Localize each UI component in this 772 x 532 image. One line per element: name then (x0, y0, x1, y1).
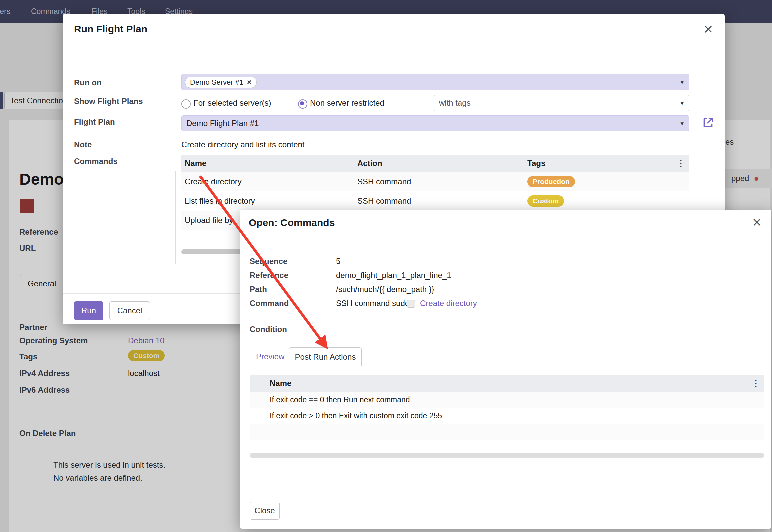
close-button[interactable]: Close (250, 502, 280, 520)
cancel-button[interactable]: Cancel (109, 301, 150, 320)
close-icon[interactable]: × (704, 21, 713, 37)
commands-table-header: Name Action Tags ⋮ (181, 155, 689, 172)
table-row[interactable]: List files in directory SSH command Cust… (181, 191, 689, 211)
chevron-down-icon[interactable]: ▾ (680, 78, 684, 86)
tag-badge: Custom (527, 195, 564, 207)
cell-tags: Production (527, 176, 689, 187)
radio-non-server-restricted-label[interactable]: Non server restricted (310, 98, 384, 108)
command-link[interactable]: Create directory (420, 299, 477, 308)
screen: Servers Commands Files Tools Settings Te… (0, 0, 772, 532)
reference-label: Reference (250, 271, 288, 280)
tags-filter-value: with tags (439, 98, 471, 108)
flight-plan-label: Flight Plan (74, 117, 115, 127)
flight-plan-value: Demo Flight Plan #1 (186, 119, 259, 128)
cell-name: If exit code > 0 then Exit with custom e… (270, 411, 764, 420)
server-chip-label: Demo Server #1 (190, 78, 243, 87)
table-options-icon[interactable]: ⋮ (676, 158, 685, 169)
hscroll-bar[interactable] (250, 453, 764, 458)
sequence-value: 5 (336, 257, 340, 266)
command-label: Command (250, 299, 289, 308)
radio-for-selected-servers[interactable] (181, 99, 191, 109)
tab-post-run-actions-label: Post Run Actions (295, 352, 356, 362)
reference-value: demo_flight_plan_1_plan_line_1 (336, 271, 451, 280)
commands-modal-title: Open: Commands (249, 217, 335, 228)
cell-tags: Custom (527, 195, 689, 207)
cell-action: SSH command (357, 177, 527, 186)
run-button[interactable]: Run (74, 301, 103, 320)
cell-name: If exit code == 0 then Run next command (270, 395, 764, 404)
condition-label: Condition (250, 325, 287, 334)
tag-badge: Production (527, 176, 575, 187)
path-label: Path (250, 285, 267, 294)
title-divider (63, 46, 725, 46)
header-name[interactable]: Name (181, 159, 357, 168)
table-options-icon[interactable]: ⋮ (751, 378, 760, 389)
label-separator-line (175, 171, 176, 264)
note-value: Create directory and list its content (181, 140, 305, 149)
open-commands-modal: Open: Commands × Sequence Reference Path… (240, 210, 771, 529)
table-row[interactable]: If exit code > 0 then Exit with custom e… (250, 408, 764, 424)
label-separator-line (331, 322, 331, 338)
command-checkbox[interactable] (407, 300, 415, 308)
header-name[interactable]: Name (270, 379, 764, 388)
table-row[interactable]: Create directory SSH command Production (181, 172, 689, 192)
commands-label: Commands (74, 157, 118, 166)
tab-post-run-actions[interactable]: Post Run Actions (289, 347, 362, 366)
chip-remove-icon[interactable]: ✕ (247, 79, 252, 86)
flight-plan-select[interactable]: Demo Flight Plan #1 ▾ (181, 115, 689, 131)
sequence-label: Sequence (250, 257, 287, 266)
tags-filter-select[interactable]: with tags ▾ (434, 95, 689, 111)
close-icon[interactable]: × (752, 214, 761, 230)
radio-non-server-restricted[interactable] (298, 99, 307, 109)
radio-for-selected-servers-label[interactable]: For selected server(s) (193, 98, 271, 108)
command-value: SSH command sudo (336, 299, 409, 308)
note-label: Note (74, 140, 92, 149)
table-row[interactable]: If exit code == 0 then Run next command (250, 392, 764, 408)
label-separator-line (331, 256, 331, 313)
table-row-empty (250, 424, 764, 440)
header-action[interactable]: Action (357, 159, 527, 168)
server-chip[interactable]: Demo Server #1 ✕ (185, 77, 257, 88)
actions-table-header: Name ⋮ (250, 375, 764, 392)
tab-preview[interactable]: Preview (256, 352, 284, 361)
chevron-down-icon[interactable]: ▾ (680, 99, 684, 107)
chevron-down-icon[interactable]: ▾ (680, 120, 684, 127)
show-flight-plans-label: Show Flight Plans (74, 97, 143, 106)
run-modal-title: Run Flight Plan (74, 23, 147, 35)
run-on-tags-field[interactable]: Demo Server #1 ✕ ▾ (181, 74, 689, 90)
path-value: /such/much/{{ demo_path }} (336, 285, 434, 294)
cell-name: Create directory (181, 177, 357, 186)
cell-name: List files in directory (181, 196, 357, 206)
cell-action: SSH command (357, 196, 527, 206)
title-divider (240, 239, 771, 239)
header-tags[interactable]: Tags (527, 159, 689, 168)
external-link-icon[interactable] (701, 116, 715, 129)
run-on-label: Run on (74, 78, 102, 87)
